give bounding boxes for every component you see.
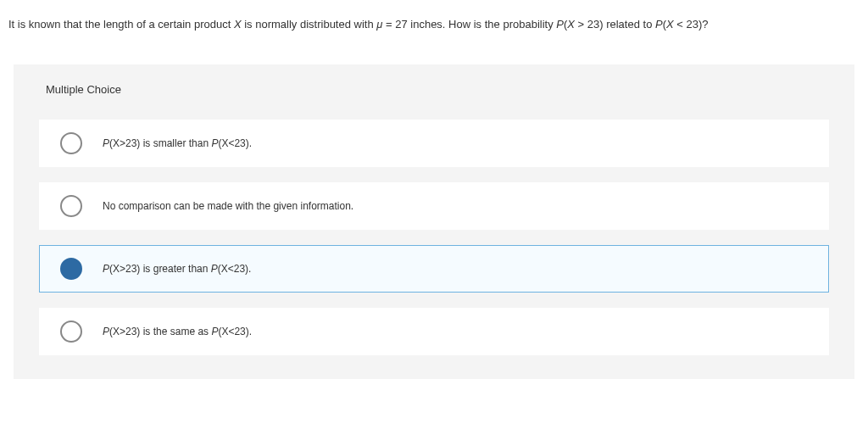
option-label: P(X>23) is greater than P(X<23). — [103, 263, 251, 275]
opt-r1: (X>23) is the same as — [109, 326, 211, 337]
q-prefix: It is known that the length of a certain… — [8, 18, 234, 31]
q-var1: X — [234, 18, 242, 31]
option-label: P(X>23) is smaller than P(X<23). — [103, 137, 252, 149]
option-2[interactable]: P(X>23) is greater than P(X<23). — [39, 245, 829, 293]
q-p1rest: > 23) related to — [575, 18, 655, 31]
opt-p2: P — [211, 263, 218, 275]
radio-icon — [60, 195, 82, 217]
question-text: It is known that the length of a certain… — [0, 0, 868, 41]
opt-r1: (X>23) is smaller than — [109, 137, 211, 149]
options-list: P(X>23) is smaller than P(X<23). No comp… — [39, 120, 829, 355]
radio-icon — [60, 132, 82, 154]
opt-p1: P — [103, 326, 109, 337]
radio-icon — [60, 258, 82, 280]
option-1[interactable]: No comparison can be made with the given… — [39, 182, 829, 230]
opt-r2: (X<23). — [218, 263, 252, 275]
q-mid1: is normally distributed with — [242, 18, 377, 31]
answer-container: Multiple Choice P(X>23) is smaller than … — [14, 64, 854, 379]
option-3[interactable]: P(X>23) is the same as P(X<23). — [39, 308, 829, 355]
opt-r2: (X<23). — [218, 326, 252, 337]
option-0[interactable]: P(X>23) is smaller than P(X<23). — [39, 120, 829, 167]
opt-p1: P — [103, 263, 109, 275]
opt-r2: (X<23). — [218, 137, 252, 149]
q-mid2: = 27 inches. How is the probability — [382, 18, 556, 31]
option-label: P(X>23) is the same as P(X<23). — [103, 326, 252, 337]
q-var2: X — [567, 18, 575, 31]
opt-p1: P — [103, 137, 109, 149]
opt-r1: (X>23) is greater than — [109, 263, 211, 275]
radio-icon — [60, 321, 82, 343]
opt-plain: No comparison can be made with the given… — [103, 200, 353, 212]
multiple-choice-label: Multiple Choice — [46, 83, 829, 96]
q-var3: X — [666, 18, 674, 31]
option-label: No comparison can be made with the given… — [103, 200, 353, 212]
q-p2rest: < 23)? — [674, 18, 709, 31]
q-p2: P — [655, 18, 663, 31]
q-p1: P — [556, 18, 564, 31]
